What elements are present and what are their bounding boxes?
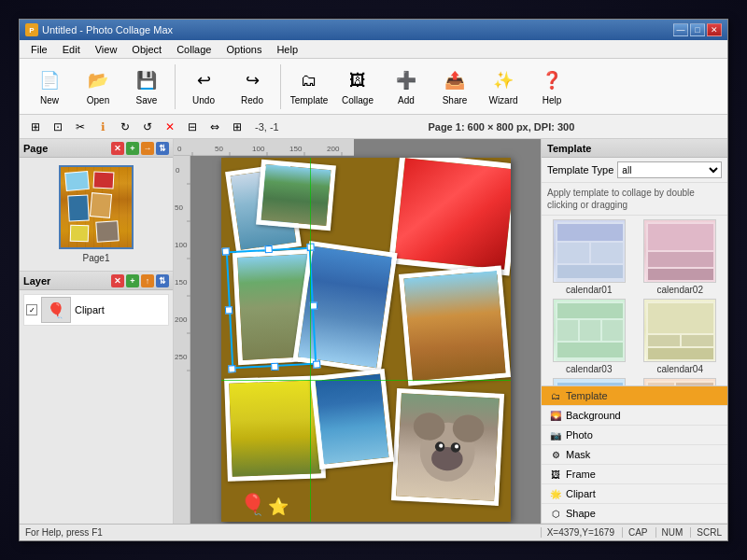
template-item[interactable]: calendar04 — [637, 299, 725, 374]
tab-clipart[interactable]: 🌟 Clipart — [542, 484, 727, 504]
template-item[interactable]: calendar03 — [545, 299, 633, 374]
lock-button[interactable]: ⊞ — [227, 118, 247, 136]
menu-help[interactable]: Help — [269, 42, 305, 57]
layer-action-scroll[interactable]: ⇅ — [156, 274, 169, 287]
tab-shape[interactable]: ⬡ Shape — [542, 504, 727, 524]
collage-icon: 🖼 — [345, 67, 371, 93]
close-button[interactable]: ✕ — [707, 23, 722, 36]
template-thumbnail — [553, 219, 626, 283]
tab-clipart-label: Clipart — [566, 488, 596, 499]
layer-panel: Layer ✕ + ↑ ⇅ ✓ 🎈 Clipart — [20, 272, 173, 524]
menu-bar: File Edit View Object Collage Options He… — [20, 40, 727, 59]
page-panel-actions: ✕ + → ⇅ — [111, 142, 169, 155]
menu-collage[interactable]: Collage — [169, 42, 218, 57]
tab-template[interactable]: 🗂 Template — [542, 386, 727, 406]
collage-canvas[interactable]: 🎈 ⭐ — [221, 158, 511, 522]
template-label: calendar04 — [657, 364, 703, 374]
page-action-close[interactable]: ✕ — [111, 142, 124, 155]
svg-rect-52 — [648, 252, 713, 267]
save-icon: 💾 — [134, 67, 160, 93]
menu-options[interactable]: Options — [218, 42, 269, 57]
share-button[interactable]: 📤 Share — [432, 63, 477, 111]
delete-button[interactable]: ✕ — [160, 118, 180, 136]
svg-rect-66 — [557, 383, 623, 385]
page-action-scroll[interactable]: ⇅ — [156, 142, 169, 155]
svg-rect-46 — [557, 224, 623, 241]
template-type-label: Template Type — [547, 164, 613, 175]
page-action-add[interactable]: + — [126, 142, 139, 155]
photo-item[interactable] — [224, 375, 326, 482]
photo-item[interactable] — [309, 369, 393, 469]
page-thumbnail[interactable] — [59, 165, 134, 249]
template-item[interactable]: calendar05 — [545, 378, 633, 385]
menu-object[interactable]: Object — [124, 42, 169, 57]
photo-item[interactable] — [292, 241, 397, 373]
template-button[interactable]: 🗂 Template — [287, 63, 331, 111]
svg-rect-48 — [591, 243, 623, 263]
template-thumbnail — [643, 378, 716, 385]
wizard-label: Wizard — [488, 95, 517, 105]
clipart-balloons[interactable]: 🎈 — [240, 493, 265, 517]
svg-rect-53 — [648, 269, 713, 280]
photo-item[interactable] — [390, 388, 503, 506]
open-button[interactable]: 📂 Open — [76, 63, 120, 111]
clipart-star[interactable]: ⭐ — [268, 497, 289, 517]
collage-button[interactable]: 🖼 Collage — [335, 63, 380, 111]
minimize-button[interactable]: — — [673, 23, 688, 36]
canvas-area[interactable]: 0 50 100 150 200 250 300 0 — [174, 139, 541, 524]
tab-photo[interactable]: 📷 Photo — [542, 426, 727, 445]
undo-label: Undo — [192, 95, 215, 105]
layer-action-close[interactable]: ✕ — [111, 274, 124, 287]
rotate-ccw-button[interactable]: ↺ — [137, 118, 158, 136]
page-action-edit[interactable]: → — [141, 142, 154, 155]
list-item[interactable]: ✓ 🎈 Clipart — [23, 294, 169, 326]
menu-file[interactable]: File — [23, 42, 55, 57]
layer-check[interactable]: ✓ — [26, 304, 37, 315]
template-label: calendar03 — [566, 364, 612, 374]
template-item[interactable]: calendar02 — [637, 219, 725, 295]
help-button[interactable]: ❓ Help — [529, 63, 574, 111]
help-label: Help — [543, 95, 562, 105]
add-label: Add — [398, 95, 415, 105]
photo-item[interactable] — [398, 265, 510, 385]
svg-rect-56 — [557, 320, 578, 341]
zoom-select-button[interactable]: ⊡ — [48, 118, 68, 136]
zoom-fit-button[interactable]: ⊞ — [25, 118, 46, 136]
background-tab-icon: 🌄 — [549, 409, 562, 422]
redo-button[interactable]: ↪ Redo — [230, 63, 275, 111]
align-button[interactable]: ⊟ — [182, 118, 203, 136]
svg-text:100: 100 — [175, 241, 188, 249]
svg-rect-51 — [648, 224, 713, 250]
photo-item[interactable] — [256, 160, 336, 231]
layer-action-add[interactable]: + — [126, 274, 139, 287]
svg-text:50: 50 — [215, 145, 223, 153]
save-button[interactable]: 💾 Save — [124, 63, 169, 111]
svg-rect-57 — [580, 320, 600, 341]
tab-frame[interactable]: 🖼 Frame — [542, 465, 727, 484]
menu-edit[interactable]: Edit — [55, 42, 88, 57]
undo-button[interactable]: ↩ Undo — [181, 63, 226, 111]
svg-rect-64 — [648, 348, 713, 359]
template-type-select[interactable]: all calendar wedding baby — [617, 161, 722, 178]
new-button[interactable]: 📄 New — [27, 63, 72, 111]
page1-label: Page1 — [83, 253, 110, 263]
maximize-button[interactable]: □ — [690, 23, 705, 36]
tab-mask[interactable]: ⚙ Mask — [542, 445, 727, 465]
crop-button[interactable]: ✂ — [70, 118, 91, 136]
info-button[interactable]: ℹ — [92, 118, 113, 136]
redo-label: Redo — [241, 95, 263, 105]
rotate-cw-button[interactable]: ↻ — [115, 118, 135, 136]
svg-rect-47 — [557, 243, 589, 263]
layer-action-move[interactable]: ↑ — [141, 274, 154, 287]
status-coord: X=4379,Y=1679 — [541, 527, 614, 538]
add-icon: ➕ — [393, 67, 419, 93]
status-num: NUM — [655, 527, 684, 538]
tab-background[interactable]: 🌄 Background — [542, 406, 727, 426]
template-item[interactable]: calendar01 — [545, 219, 633, 295]
menu-view[interactable]: View — [88, 42, 125, 57]
flip-button[interactable]: ⇔ — [204, 118, 225, 136]
add-button[interactable]: ➕ Add — [384, 63, 429, 111]
wizard-button[interactable]: ✨ Wizard — [481, 63, 526, 111]
photo-item[interactable] — [388, 158, 511, 275]
template-item[interactable]: calendar06 — [637, 378, 725, 385]
